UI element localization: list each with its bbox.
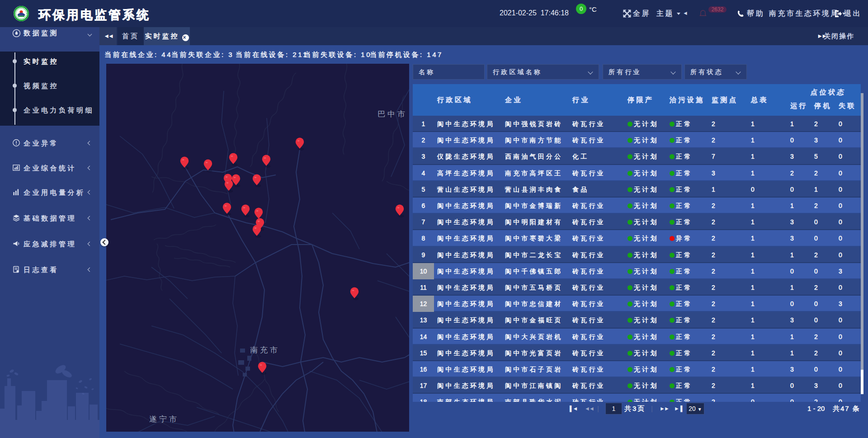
svg-text:遂宁市: 遂宁市: [149, 415, 179, 424]
svg-text:南充市: 南充市: [250, 346, 280, 354]
svg-text:巴中市: 巴中市: [377, 110, 407, 118]
